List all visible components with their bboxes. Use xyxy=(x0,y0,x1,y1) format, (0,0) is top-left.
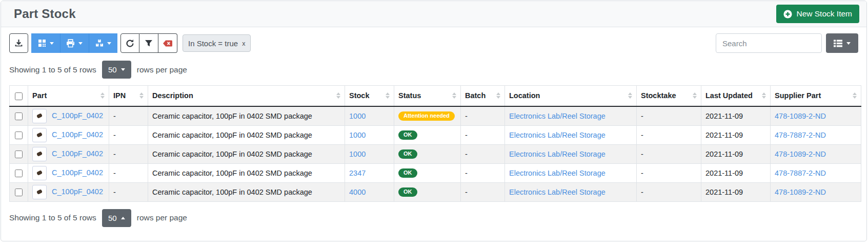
batch-cell: - xyxy=(461,182,505,201)
row-checkbox[interactable] xyxy=(15,112,23,120)
part-link[interactable]: C_100pF_0402 xyxy=(52,187,103,195)
column-header-description[interactable]: Description xyxy=(148,86,345,106)
select-all-header xyxy=(10,86,28,106)
row-checkbox[interactable] xyxy=(15,170,23,177)
stock-link[interactable]: 4000 xyxy=(349,188,366,196)
column-header-last-updated[interactable]: Last Updated xyxy=(701,86,771,106)
stock-link[interactable]: 1000 xyxy=(349,112,366,120)
part-link[interactable]: C_100pF_0402 xyxy=(52,130,103,138)
toolbar-right xyxy=(716,33,858,53)
page-size-dropdown[interactable]: 50 xyxy=(102,209,131,227)
status-cell: OK xyxy=(394,163,461,182)
sort-icon[interactable] xyxy=(139,92,144,99)
stock-link[interactable]: 2347 xyxy=(349,169,366,177)
clear-filters-button[interactable] xyxy=(158,33,177,53)
sort-icon[interactable] xyxy=(100,92,105,99)
export-download-button[interactable] xyxy=(9,33,28,53)
select-all-checkbox[interactable] xyxy=(15,92,23,100)
part-thumbnail[interactable] xyxy=(32,109,47,123)
stock-cell: 2347 xyxy=(345,163,394,182)
new-stock-item-button[interactable]: New Stock Item xyxy=(776,5,859,23)
stock-actions-button[interactable] xyxy=(89,33,117,53)
sort-icon[interactable] xyxy=(762,92,766,99)
location-link[interactable]: Electronics Lab/Reel Storage xyxy=(509,169,605,177)
location-link[interactable]: Electronics Lab/Reel Storage xyxy=(509,150,605,158)
status-cell: Attention needed xyxy=(394,106,461,126)
showing-rows-text: Showing 1 to 5 of 5 rows xyxy=(9,65,96,74)
remove-filter-icon[interactable]: x xyxy=(242,40,245,47)
location-link[interactable]: Electronics Lab/Reel Storage xyxy=(509,131,605,139)
list-columns-icon xyxy=(834,40,842,47)
print-actions-button[interactable] xyxy=(60,33,89,53)
column-header-location[interactable]: Location xyxy=(505,86,637,106)
stock-link[interactable]: 1000 xyxy=(349,131,366,139)
supplier-part-cell: 478-1089-2-ND xyxy=(771,106,861,126)
description-cell: Ceramic capacitor, 100pF in 0402 SMD pac… xyxy=(148,125,345,144)
supplier-part-link[interactable]: 478-1089-2-ND xyxy=(775,112,826,120)
search-input[interactable] xyxy=(716,33,822,53)
active-filter-chip[interactable]: In Stock = true x xyxy=(183,34,251,52)
part-link[interactable]: C_100pF_0402 xyxy=(52,111,103,119)
part-thumbnail[interactable] xyxy=(32,185,47,199)
sort-icon[interactable] xyxy=(386,92,390,99)
stocktake-cell: - xyxy=(637,125,701,144)
supplier-part-link[interactable]: 478-7887-2-ND xyxy=(775,131,826,139)
supplier-part-cell: 478-7887-2-ND xyxy=(771,163,861,182)
location-cell: Electronics Lab/Reel Storage xyxy=(505,182,637,201)
sort-icon[interactable] xyxy=(693,92,697,99)
column-label: Location xyxy=(509,91,540,100)
refresh-button[interactable] xyxy=(120,33,139,53)
column-header-stock[interactable]: Stock xyxy=(345,86,394,106)
supplier-part-link[interactable]: 478-1089-2-ND xyxy=(775,150,826,158)
column-header-part[interactable]: Part xyxy=(28,86,109,106)
column-header-batch[interactable]: Batch xyxy=(461,86,505,106)
barcode-actions-button[interactable] xyxy=(31,33,60,53)
stock-link[interactable]: 1000 xyxy=(349,150,366,158)
row-checkbox[interactable] xyxy=(15,151,23,158)
column-visibility-button[interactable] xyxy=(826,33,858,53)
batch-cell: - xyxy=(461,163,505,182)
description-cell: Ceramic capacitor, 100pF in 0402 SMD pac… xyxy=(148,144,345,163)
ipn-cell: - xyxy=(109,182,148,201)
part-link[interactable]: C_100pF_0402 xyxy=(52,149,103,157)
page-size-value: 50 xyxy=(108,214,117,222)
capacitor-image xyxy=(36,170,43,176)
qrcode-icon xyxy=(38,39,46,47)
location-link[interactable]: Electronics Lab/Reel Storage xyxy=(509,188,605,196)
part-thumbnail[interactable] xyxy=(32,166,47,180)
column-label: Part xyxy=(32,91,47,100)
last-updated-cell: 2021-11-09 xyxy=(701,163,771,182)
sort-icon[interactable] xyxy=(628,92,632,99)
status-cell: OK xyxy=(394,125,461,144)
sort-icon[interactable] xyxy=(336,92,340,99)
location-cell: Electronics Lab/Reel Storage xyxy=(505,163,637,182)
filter-button[interactable] xyxy=(139,33,158,53)
sort-icon[interactable] xyxy=(496,92,500,99)
supplier-part-link[interactable]: 478-1089-2-ND xyxy=(775,188,826,196)
table-row: C_100pF_0402-Ceramic capacitor, 100pF in… xyxy=(10,182,861,201)
row-checkbox[interactable] xyxy=(15,132,23,139)
location-link[interactable]: Electronics Lab/Reel Storage xyxy=(509,112,605,120)
last-updated-cell: 2021-11-09 xyxy=(701,125,771,144)
part-link[interactable]: C_100pF_0402 xyxy=(52,168,103,176)
column-header-supplier-part[interactable]: Supplier Part xyxy=(771,86,861,106)
table-row: C_100pF_0402-Ceramic capacitor, 100pF in… xyxy=(10,106,861,126)
sort-icon[interactable] xyxy=(853,92,857,99)
sort-icon[interactable] xyxy=(452,92,456,99)
part-cell: C_100pF_0402 xyxy=(28,163,109,182)
page-size-dropdown[interactable]: 50 xyxy=(102,61,131,79)
rows-per-page-text: rows per page xyxy=(137,65,187,74)
row-checkbox[interactable] xyxy=(15,189,23,196)
caret-down-icon xyxy=(78,42,83,45)
capacitor-image xyxy=(36,132,43,138)
stocktake-cell: - xyxy=(637,106,701,126)
status-badge: OK xyxy=(398,130,417,140)
part-thumbnail[interactable] xyxy=(32,147,47,161)
part-thumbnail[interactable] xyxy=(32,128,47,142)
column-header-stocktake[interactable]: Stocktake xyxy=(637,86,701,106)
last-updated-cell: 2021-11-09 xyxy=(701,106,771,126)
column-header-status[interactable]: Status xyxy=(394,86,461,106)
panel-body: In Stock = true x Showing 1 to 5 of 5 ro… xyxy=(1,27,866,227)
column-header-ipn[interactable]: IPN xyxy=(109,86,148,106)
supplier-part-link[interactable]: 478-7887-2-ND xyxy=(775,169,826,177)
